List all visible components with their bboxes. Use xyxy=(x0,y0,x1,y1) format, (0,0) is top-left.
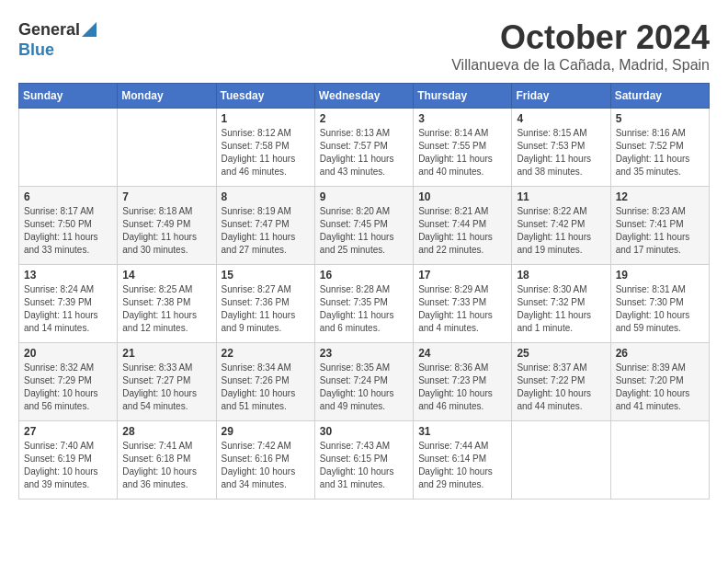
day-info: Sunrise: 8:15 AM Sunset: 7:53 PM Dayligh… xyxy=(517,127,605,178)
calendar-table: SundayMondayTuesdayWednesdayThursdayFrid… xyxy=(18,83,710,500)
day-number: 24 xyxy=(418,347,506,360)
calendar-cell xyxy=(512,421,610,500)
logo-general-text: General xyxy=(18,20,80,40)
day-info: Sunrise: 8:24 AM Sunset: 7:39 PM Dayligh… xyxy=(24,283,112,335)
calendar-cell: 29Sunrise: 7:42 AM Sunset: 6:16 PM Dayli… xyxy=(216,421,314,500)
day-info: Sunrise: 8:25 AM Sunset: 7:38 PM Dayligh… xyxy=(122,283,210,335)
day-number: 1 xyxy=(222,112,310,125)
calendar-cell xyxy=(118,109,216,187)
day-number: 6 xyxy=(24,190,112,203)
calendar-cell: 27Sunrise: 7:40 AM Sunset: 6:19 PM Dayli… xyxy=(19,421,118,500)
day-info: Sunrise: 8:34 AM Sunset: 7:26 PM Dayligh… xyxy=(222,362,310,413)
header: General Blue October 2024 Villanueva de … xyxy=(18,18,710,74)
day-number: 28 xyxy=(122,425,210,438)
day-number: 19 xyxy=(616,269,704,282)
day-number: 3 xyxy=(418,112,506,125)
day-number: 26 xyxy=(616,347,704,360)
day-info: Sunrise: 8:23 AM Sunset: 7:41 PM Dayligh… xyxy=(616,205,704,257)
calendar-cell: 4Sunrise: 8:15 AM Sunset: 7:53 PM Daylig… xyxy=(512,109,610,187)
day-info: Sunrise: 7:44 AM Sunset: 6:14 PM Dayligh… xyxy=(418,440,506,491)
day-info: Sunrise: 8:30 AM Sunset: 7:32 PM Dayligh… xyxy=(517,283,605,335)
week-row-4: 20Sunrise: 8:32 AM Sunset: 7:29 PM Dayli… xyxy=(19,343,710,421)
calendar-cell: 23Sunrise: 8:35 AM Sunset: 7:24 PM Dayli… xyxy=(314,343,413,421)
day-number: 25 xyxy=(517,347,605,360)
day-info: Sunrise: 8:16 AM Sunset: 7:52 PM Dayligh… xyxy=(616,127,704,178)
calendar-cell: 18Sunrise: 8:30 AM Sunset: 7:32 PM Dayli… xyxy=(512,265,610,343)
calendar-cell xyxy=(19,109,118,187)
day-info: Sunrise: 8:32 AM Sunset: 7:29 PM Dayligh… xyxy=(24,362,112,413)
calendar-cell: 17Sunrise: 8:29 AM Sunset: 7:33 PM Dayli… xyxy=(414,265,512,343)
day-info: Sunrise: 8:19 AM Sunset: 7:47 PM Dayligh… xyxy=(222,205,310,257)
day-number: 20 xyxy=(24,347,112,360)
day-number: 27 xyxy=(24,425,112,438)
day-info: Sunrise: 8:27 AM Sunset: 7:36 PM Dayligh… xyxy=(222,283,310,335)
day-info: Sunrise: 8:17 AM Sunset: 7:50 PM Dayligh… xyxy=(24,205,112,257)
calendar-cell: 6Sunrise: 8:17 AM Sunset: 7:50 PM Daylig… xyxy=(19,187,118,265)
calendar-cell: 2Sunrise: 8:13 AM Sunset: 7:57 PM Daylig… xyxy=(314,109,413,187)
weekday-header-tuesday: Tuesday xyxy=(216,84,314,109)
weekday-header-friday: Friday xyxy=(512,84,610,109)
location-title: Villanueva de la Cañada, Madrid, Spain xyxy=(451,57,710,74)
day-number: 21 xyxy=(122,347,210,360)
day-number: 9 xyxy=(320,190,408,203)
day-number: 17 xyxy=(418,269,506,282)
calendar-cell: 15Sunrise: 8:27 AM Sunset: 7:36 PM Dayli… xyxy=(216,265,314,343)
calendar-cell: 5Sunrise: 8:16 AM Sunset: 7:52 PM Daylig… xyxy=(610,109,709,187)
day-number: 2 xyxy=(320,112,408,125)
calendar-cell: 19Sunrise: 8:31 AM Sunset: 7:30 PM Dayli… xyxy=(610,265,709,343)
calendar-cell: 14Sunrise: 8:25 AM Sunset: 7:38 PM Dayli… xyxy=(118,265,216,343)
day-info: Sunrise: 8:36 AM Sunset: 7:23 PM Dayligh… xyxy=(418,362,506,413)
calendar-cell xyxy=(610,421,709,500)
day-info: Sunrise: 8:21 AM Sunset: 7:44 PM Dayligh… xyxy=(418,205,506,257)
weekday-header-sunday: Sunday xyxy=(19,84,118,109)
week-row-3: 13Sunrise: 8:24 AM Sunset: 7:39 PM Dayli… xyxy=(19,265,710,343)
calendar-cell: 26Sunrise: 8:39 AM Sunset: 7:20 PM Dayli… xyxy=(610,343,709,421)
svg-marker-0 xyxy=(82,22,97,37)
weekday-header-wednesday: Wednesday xyxy=(314,84,413,109)
calendar-cell: 31Sunrise: 7:44 AM Sunset: 6:14 PM Dayli… xyxy=(414,421,512,500)
day-info: Sunrise: 8:13 AM Sunset: 7:57 PM Dayligh… xyxy=(320,127,408,178)
calendar-cell: 21Sunrise: 8:33 AM Sunset: 7:27 PM Dayli… xyxy=(118,343,216,421)
week-row-2: 6Sunrise: 8:17 AM Sunset: 7:50 PM Daylig… xyxy=(19,187,710,265)
day-number: 30 xyxy=(320,425,408,438)
day-number: 16 xyxy=(320,269,408,282)
day-number: 12 xyxy=(616,190,704,203)
calendar-cell: 10Sunrise: 8:21 AM Sunset: 7:44 PM Dayli… xyxy=(414,187,512,265)
day-info: Sunrise: 8:39 AM Sunset: 7:20 PM Dayligh… xyxy=(616,362,704,413)
calendar-cell: 22Sunrise: 8:34 AM Sunset: 7:26 PM Dayli… xyxy=(216,343,314,421)
day-number: 4 xyxy=(517,112,605,125)
calendar-cell: 7Sunrise: 8:18 AM Sunset: 7:49 PM Daylig… xyxy=(118,187,216,265)
calendar-cell: 16Sunrise: 8:28 AM Sunset: 7:35 PM Dayli… xyxy=(314,265,413,343)
calendar-cell: 8Sunrise: 8:19 AM Sunset: 7:47 PM Daylig… xyxy=(216,187,314,265)
day-info: Sunrise: 7:41 AM Sunset: 6:18 PM Dayligh… xyxy=(122,440,210,491)
day-number: 23 xyxy=(320,347,408,360)
weekday-header-row: SundayMondayTuesdayWednesdayThursdayFrid… xyxy=(19,84,710,109)
day-number: 7 xyxy=(122,190,210,203)
day-number: 14 xyxy=(122,269,210,282)
day-info: Sunrise: 8:12 AM Sunset: 7:58 PM Dayligh… xyxy=(222,127,310,178)
day-info: Sunrise: 8:14 AM Sunset: 7:55 PM Dayligh… xyxy=(418,127,506,178)
day-number: 11 xyxy=(517,190,605,203)
day-info: Sunrise: 7:42 AM Sunset: 6:16 PM Dayligh… xyxy=(222,440,310,491)
day-number: 13 xyxy=(24,269,112,282)
day-info: Sunrise: 7:43 AM Sunset: 6:15 PM Dayligh… xyxy=(320,440,408,491)
logo-blue-text: Blue xyxy=(18,40,54,60)
calendar-cell: 12Sunrise: 8:23 AM Sunset: 7:41 PM Dayli… xyxy=(610,187,709,265)
week-row-1: 1Sunrise: 8:12 AM Sunset: 7:58 PM Daylig… xyxy=(19,109,710,187)
title-section: October 2024 Villanueva de la Cañada, Ma… xyxy=(451,18,710,74)
month-title: October 2024 xyxy=(451,18,710,57)
day-number: 31 xyxy=(418,425,506,438)
day-info: Sunrise: 8:20 AM Sunset: 7:45 PM Dayligh… xyxy=(320,205,408,257)
calendar-cell: 1Sunrise: 8:12 AM Sunset: 7:58 PM Daylig… xyxy=(216,109,314,187)
calendar-cell: 20Sunrise: 8:32 AM Sunset: 7:29 PM Dayli… xyxy=(19,343,118,421)
calendar-cell: 9Sunrise: 8:20 AM Sunset: 7:45 PM Daylig… xyxy=(314,187,413,265)
calendar-cell: 24Sunrise: 8:36 AM Sunset: 7:23 PM Dayli… xyxy=(414,343,512,421)
logo-icon xyxy=(82,18,97,37)
calendar-cell: 28Sunrise: 7:41 AM Sunset: 6:18 PM Dayli… xyxy=(118,421,216,500)
day-number: 29 xyxy=(222,425,310,438)
calendar-cell: 3Sunrise: 8:14 AM Sunset: 7:55 PM Daylig… xyxy=(414,109,512,187)
calendar-cell: 30Sunrise: 7:43 AM Sunset: 6:15 PM Dayli… xyxy=(314,421,413,500)
day-number: 18 xyxy=(517,269,605,282)
logo: General Blue xyxy=(18,18,97,60)
weekday-header-thursday: Thursday xyxy=(414,84,512,109)
